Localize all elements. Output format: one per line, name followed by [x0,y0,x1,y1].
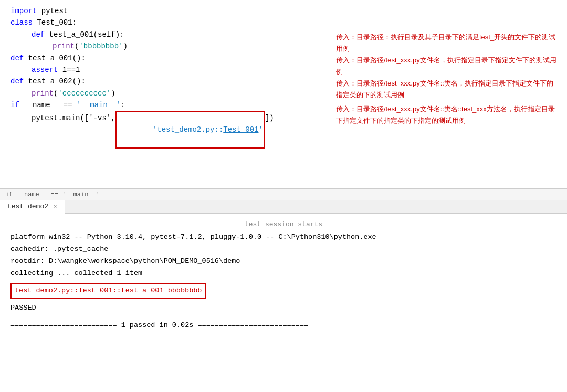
breadcrumb-text: if __name__ == '__main__' [5,191,100,198]
string-literal-end: ' [259,125,263,134]
string-literal: 'bbbbbbbb' [79,40,123,52]
code-text: Test_001: [33,17,77,28]
code-text: : [121,99,125,111]
terminal-section: test session starts platform win32 -- Py… [0,214,567,337]
code-text: ) [111,88,115,99]
code-text: test_a_001(self): [45,29,124,40]
keyword-def: def [10,52,24,64]
code-text: ]) [265,112,274,124]
annotation-line-2: 传入：目录路径/test_xxx.py文件名，执行指定目录下指定文件下的测试用例 [336,55,556,78]
highlighted-arg: 'test_demo2.py::Test_001' [116,111,265,149]
string-literal: 'test_demo2.py:: [153,125,223,134]
code-text: ) [123,40,127,52]
term-cachedir: cachedir: .pytest_cache [10,243,556,256]
term-result-box: test_demo2.py::Test_001::test_a_001 bbbb… [10,283,556,299]
keyword-import: import [10,5,37,17]
term-collecting: collecting ... collected 1 item [10,268,556,280]
annotation-box: 传入：目录路径：执行目录及其子目录下的满足test_开头的文件下的测试用例 传入… [336,31,556,126]
string-literal: '__main__' [77,99,121,111]
term-platform: platform win32 -- Python 3.10.4, pytest-… [10,231,556,243]
keyword-def: def [32,29,45,40]
annotation-line-1: 传入：目录路径：执行目录及其子目录下的满足test_开头的文件下的测试用例 [336,31,556,55]
editor-section: import pytest class Test_001: def test_a… [0,0,567,189]
term-session-start: test session starts [10,219,556,230]
builtin-print: print [32,88,54,99]
code-text: pytest.main([ [32,112,89,124]
term-rootdir: rootdir: D:\wangke\workspace\python\POM_… [10,256,556,268]
term-result-highlight: test_demo2.py::Test_001::test_a_001 bbbb… [10,283,206,299]
code-text: ( [75,40,79,52]
annotation-line-4: 传入：目录路径/test_xxx.py文件名::类名::test_xxx方法名，… [336,103,556,126]
code-text: test_a_001(): [24,52,86,64]
keyword-assert: assert [32,64,58,76]
annotation-line-3: 传入：目录路径/test_xxx.py文件名::类名，执行指定目录下指定文件下的… [336,78,556,101]
tab-bar: test_demo2 × [0,200,567,214]
code-text: '-vs', [89,112,115,124]
string-literal-underline: Test_001 [223,125,258,134]
code-line-1: import pytest [10,5,556,17]
string-literal: 'cccccccccc' [58,88,111,99]
keyword-class: class [10,17,33,28]
tab-label: test_demo2 [7,203,48,210]
code-text: 1==1 [58,64,80,76]
builtin-print: print [52,40,75,52]
code-text: test_a_002(): [24,76,86,87]
tab-test-demo2[interactable]: test_demo2 × [0,200,65,214]
term-passed: PASSED [10,302,556,314]
keyword-def: def [10,76,24,87]
code-text: pytest [37,5,68,17]
code-line-2: class Test_001: [10,17,556,28]
tab-close-icon[interactable]: × [54,204,57,210]
term-summary: ========================= 1 passed in 0.… [10,320,556,332]
keyword-if: if [10,99,19,111]
code-text: __name__ == [19,99,77,111]
term-result-text: test_demo2.py::Test_001::test_a_001 bbbb… [15,287,202,294]
code-text: ( [54,88,58,99]
breadcrumb-bar: if __name__ == '__main__' [0,189,567,200]
